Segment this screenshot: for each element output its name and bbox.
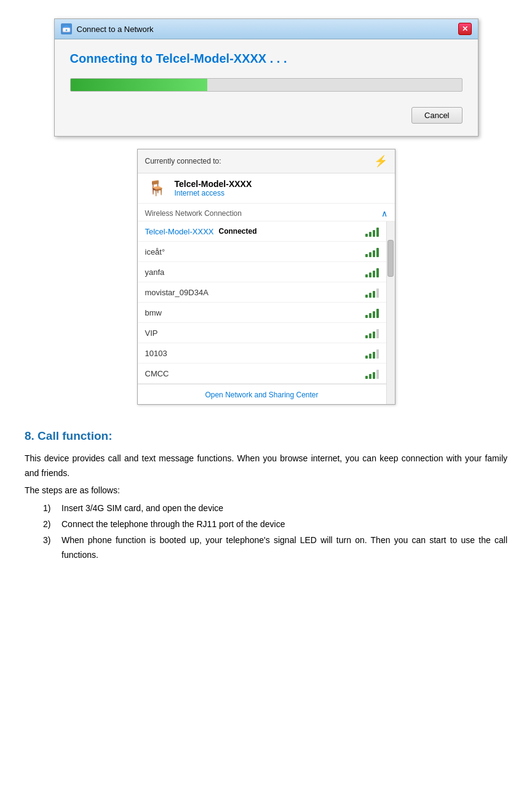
list-item: 2) Connect the telephone through the RJ1…	[43, 517, 507, 532]
network-item-left: Telcel-Model-XXXX Connected	[145, 227, 257, 236]
connect-network-dialog: Connect to a Network ✕ Connecting to Tel…	[54, 18, 478, 137]
bar	[376, 349, 379, 359]
connected-network-access: Internet access	[175, 189, 252, 197]
network-name: yanfa	[145, 268, 165, 277]
cancel-button[interactable]: Cancel	[411, 107, 462, 124]
dialog-footer: Cancel	[70, 104, 463, 127]
network-item-left: yanfa	[145, 268, 165, 277]
open-network-link[interactable]: Open Network and Sharing Center	[205, 391, 318, 399]
bar	[365, 335, 368, 338]
bar	[376, 268, 379, 277]
steps-list: 1) Insert 3/4G SIM card, and open the de…	[25, 501, 507, 562]
bar	[376, 288, 379, 298]
dialog-icon	[61, 23, 72, 34]
network-item-left: 10103	[145, 349, 167, 358]
network-item-left: movistar_09D34A	[145, 288, 208, 297]
network-status: Connected	[219, 227, 257, 236]
dialog-close-button[interactable]: ✕	[458, 23, 472, 35]
signal-bars	[365, 266, 379, 277]
bar	[373, 271, 375, 277]
signal-bars	[365, 307, 379, 318]
step-text: Insert 3/4G SIM card, and open the devic…	[62, 501, 223, 516]
network-name: 10103	[145, 349, 167, 358]
network-name: iceåt°	[145, 247, 165, 256]
bar	[365, 315, 368, 318]
dialog-titlebar: Connect to a Network ✕	[55, 19, 478, 39]
list-item[interactable]: VIP	[138, 323, 386, 343]
step-num: 2)	[43, 517, 55, 532]
network-panel-header: Currently connected to: ⚡	[138, 149, 395, 173]
list-item[interactable]: bmw	[138, 303, 386, 323]
network-item-left: iceåt°	[145, 247, 165, 256]
section-heading: 8. Call function:	[25, 429, 507, 443]
network-item-left: VIP	[145, 328, 158, 338]
bar	[365, 274, 368, 277]
section-paragraph-1: This device provides call and text messa…	[25, 451, 507, 481]
connected-network-info: Telcel-Model-XXXX Internet access	[175, 179, 252, 197]
bar	[365, 295, 368, 298]
network-name: movistar_09D34A	[145, 288, 208, 297]
list-item[interactable]: Telcel-Model-XXXX Connected	[138, 221, 386, 242]
list-item[interactable]: yanfa	[138, 262, 386, 282]
bar	[376, 248, 379, 257]
signal-bars	[365, 287, 379, 298]
connected-network-name: Telcel-Model-XXXX	[175, 179, 252, 189]
bar	[369, 232, 371, 237]
bar	[373, 311, 375, 318]
bar	[369, 354, 371, 359]
bar	[373, 230, 375, 237]
bar	[376, 228, 379, 237]
step-text: Connect the telephone through the RJ11 p…	[62, 517, 285, 532]
bar	[373, 372, 375, 379]
bar	[365, 356, 368, 359]
bar	[365, 234, 368, 237]
bar	[373, 352, 375, 359]
step-text: When phone function is booted up, your t…	[62, 533, 507, 563]
network-panel-inner: Telcel-Model-XXXX Connected iceåt°	[138, 221, 395, 404]
bar	[369, 374, 371, 379]
network-icon-img: 🪑	[145, 178, 169, 198]
list-item[interactable]: 10103	[138, 343, 386, 364]
bar	[373, 250, 375, 257]
svg-point-1	[65, 30, 67, 31]
progress-bar-container	[70, 78, 463, 92]
open-network-center[interactable]: Open Network and Sharing Center	[138, 384, 386, 404]
connecting-network: Telcel-Model-XXXX . . .	[156, 52, 287, 65]
network-panel: Currently connected to: ⚡ 🪑 Telcel-Model…	[137, 149, 395, 405]
connecting-prefix: Connecting to	[70, 52, 156, 65]
bar	[376, 329, 379, 338]
dialog-title: Connect to a Network	[77, 25, 154, 34]
bar	[365, 376, 368, 379]
network-item-left: CMCC	[145, 369, 169, 378]
connected-network-row: 🪑 Telcel-Model-XXXX Internet access	[138, 173, 395, 204]
list-item: 3) When phone function is booted up, you…	[43, 533, 507, 563]
bar	[365, 254, 368, 257]
wireless-section-label: Wireless Network Connection ∧	[138, 204, 395, 221]
dialog-body: Connecting to Telcel-Model-XXXX . . . Ca…	[55, 39, 478, 136]
connecting-text: Connecting to Telcel-Model-XXXX . . .	[70, 52, 463, 66]
progress-bar-fill	[71, 79, 208, 91]
bar	[369, 252, 371, 257]
signal-bars	[365, 327, 379, 338]
section-label-text: Wireless Network Connection	[145, 209, 242, 218]
bar	[369, 313, 371, 318]
scrollbar[interactable]	[386, 221, 395, 404]
bar	[369, 272, 371, 277]
step-num: 3)	[43, 533, 55, 563]
list-item[interactable]: iceåt°	[138, 242, 386, 262]
list-item[interactable]: movistar_09D34A	[138, 282, 386, 303]
scrollbar-thumb[interactable]	[387, 240, 394, 277]
network-item-left: bmw	[145, 308, 162, 317]
list-item: 1) Insert 3/4G SIM card, and open the de…	[43, 501, 507, 516]
bar	[376, 370, 379, 379]
currently-connected-label: Currently connected to:	[145, 157, 221, 165]
bar	[373, 291, 375, 298]
steps-intro: The steps are as follows:	[25, 483, 507, 498]
network-name: CMCC	[145, 369, 169, 378]
list-item[interactable]: CMCC	[138, 364, 386, 384]
network-name: VIP	[145, 328, 158, 338]
bench-icon: 🪑	[148, 180, 166, 197]
section-8: 8. Call function: This device provides c…	[18, 429, 514, 563]
collapse-icon[interactable]: ∧	[381, 209, 387, 218]
signal-bars	[365, 246, 379, 257]
